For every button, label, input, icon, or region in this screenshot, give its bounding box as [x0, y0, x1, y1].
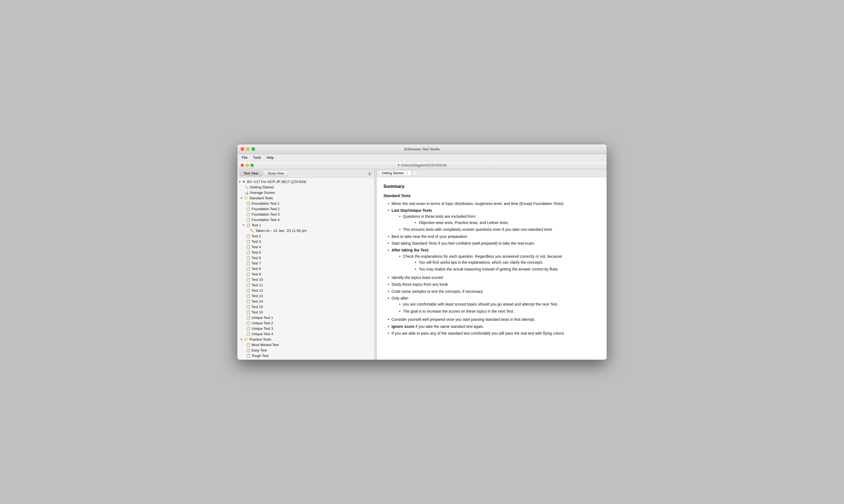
- tree-item-test-8[interactable]: 📋Test 8: [237, 266, 374, 271]
- tree-item-test-9[interactable]: 📋Test 9: [237, 271, 374, 277]
- content-area[interactable]: Summary Standard Tests Mimic the real ex…: [377, 177, 607, 360]
- inner-window-title: ✦ /Users/szilagyiervin/1z0-829.ets: [397, 163, 447, 167]
- sub-sub-bullet-1: Objective-wise tests, Practice tests, an…: [415, 220, 600, 226]
- bullet-2: Last Day/Unique Tests Questions in these…: [388, 208, 600, 233]
- tree-root-label: JD+ V17 For OCP-JP SE17 (1Z0-829): [246, 180, 306, 184]
- tree-item-foundation-test-1[interactable]: 📋 Foundation Test 1: [237, 201, 374, 206]
- sub-list-3: you are comfortable with least scored to…: [399, 301, 600, 314]
- bullet-4: Start taking Standard Tests if you feel …: [388, 240, 600, 246]
- tree-root[interactable]: ▼ ✦ JD+ V17 For OCP-JP SE17 (1Z0-829): [237, 179, 374, 184]
- bullet-9: Only after: you are comfortable with lea…: [388, 295, 600, 314]
- sub-bullet-4: you are comfortable with least scored to…: [399, 301, 600, 307]
- tab-close-button[interactable]: ×: [405, 171, 409, 175]
- bullet-6: Identify the topics least scored: [388, 274, 600, 281]
- title-bar: Enthuware Test Studio: [237, 144, 607, 154]
- toolbar: Test View Study View ▶: [237, 169, 374, 178]
- tree-item-foundation-test-3[interactable]: 📋 Foundation Test 3: [237, 212, 374, 217]
- tree-item-easy-test[interactable]: 📋Easy Test: [237, 347, 374, 353]
- tree-item-test-4[interactable]: 📋Test 4: [237, 244, 374, 250]
- tree-item-foundation-test-2[interactable]: 📋 Foundation Test 2: [237, 206, 374, 212]
- sub-sub-bullet-3: You may realize the actual reasoning ins…: [415, 266, 600, 272]
- tree-item-average-scores[interactable]: 📊 Average Scores: [237, 190, 374, 195]
- menu-bar: File Tools Help: [237, 154, 607, 161]
- bottom-bullet-3: If you are able to pass any of the stand…: [388, 330, 600, 336]
- inner-close-button[interactable]: [241, 164, 244, 167]
- menu-file[interactable]: File: [239, 155, 250, 160]
- tree-item-most-missed-test[interactable]: 📋Most Missed Test: [237, 342, 374, 347]
- tab-study-view[interactable]: Study View: [264, 170, 288, 176]
- tree-item-tough-test[interactable]: 📋Tough Test: [237, 353, 374, 358]
- sub-sub-bullet-2: You will find useful tips in the explana…: [415, 259, 600, 265]
- new-tab-button[interactable]: [412, 170, 418, 176]
- tree-view[interactable]: ▼ ✦ JD+ V17 For OCP-JP SE17 (1Z0-829) 🏷️…: [237, 178, 374, 360]
- tree-item-getting-started[interactable]: 🏷️ Getting Started: [237, 184, 374, 190]
- bullet-1: Mimic the real exam in terms of topic di…: [388, 201, 600, 206]
- panel-divider[interactable]: ⋮: [375, 169, 377, 360]
- sub-list-1: Questions in these tests are excluded fr…: [399, 213, 600, 232]
- bullet-5: After taking the Test: Check the explana…: [388, 247, 600, 272]
- tab-label: Getting Started: [381, 171, 403, 175]
- traffic-lights: [241, 147, 255, 151]
- menu-help[interactable]: Help: [264, 155, 276, 160]
- maximize-button[interactable]: [252, 147, 255, 151]
- window-title: Enthuware Test Studio: [404, 147, 440, 151]
- sub-bullet-5: The goal is to increase the scores on th…: [399, 308, 600, 314]
- tree-item-test-11[interactable]: 📋Test 11: [237, 282, 374, 288]
- inner-minimize-button[interactable]: [246, 164, 249, 167]
- section-standard-tests: Standard Tests: [383, 193, 600, 199]
- tree-item-test-7[interactable]: 📋Test 7: [237, 260, 374, 266]
- tree-item-test-15[interactable]: 📋Test 15: [237, 304, 374, 309]
- tree-item-test-16[interactable]: 📋Test 16: [237, 309, 374, 315]
- tree-item-unique-test-4[interactable]: 📋Unique Test 4: [237, 331, 374, 337]
- sub-list-2: Check the explanations for each question…: [399, 253, 600, 272]
- sub-bullet-1: Questions in these tests are excluded fr…: [399, 213, 600, 226]
- tab-bar: Getting Started ×: [377, 169, 607, 177]
- tree-item-taken-on[interactable]: ✏️ Taken on – 01 Jan, '23 11:56 pm: [237, 228, 374, 233]
- sub-sub-list-2: You will find useful tips in the explana…: [415, 259, 600, 272]
- inner-maximize-button[interactable]: [250, 164, 254, 167]
- inner-window: ✦ /Users/szilagyiervin/1z0-829.ets Test …: [237, 161, 607, 360]
- sub-bullet-3: Check the explanations for each question…: [399, 253, 600, 272]
- tree-item-test-1[interactable]: ▼ 📋 Test 1: [237, 222, 374, 228]
- close-button[interactable]: [241, 147, 244, 151]
- bullet-7: Study those topics from any book: [388, 281, 600, 287]
- tree-item-test-6[interactable]: 📋Test 6: [237, 255, 374, 260]
- main-area: Test View Study View ▶ ▼ ✦ JD+ V17 For O…: [237, 169, 607, 360]
- bottom-bullet-1: Consider yourself well prepared once you…: [388, 317, 600, 322]
- tree-item-unique-test-1[interactable]: 📋Unique Test 1: [237, 315, 374, 320]
- sub-sub-list-1: Objective-wise tests, Practice tests, an…: [415, 220, 600, 226]
- tree-item-test-13[interactable]: 📋Test 13: [237, 293, 374, 299]
- main-bullet-list: Mimic the real exam in terms of topic di…: [388, 201, 600, 314]
- tree-item-test-2[interactable]: 📋Test 2: [237, 233, 374, 239]
- tree-item-test-10[interactable]: 📋Test 10: [237, 277, 374, 282]
- tab-test-view[interactable]: Test View: [239, 170, 263, 176]
- menu-tools[interactable]: Tools: [251, 155, 263, 160]
- minimize-button[interactable]: [246, 147, 250, 151]
- left-panel: Test View Study View ▶ ▼ ✦ JD+ V17 For O…: [237, 169, 375, 360]
- bullet-8: Code some samples to test the concepts, …: [388, 288, 600, 294]
- tree-item-test-12[interactable]: 📋Test 12: [237, 288, 374, 293]
- bottom-bullet-list: Consider yourself well prepared once you…: [388, 317, 600, 336]
- content-heading: Summary: [383, 183, 600, 190]
- bottom-bullet-2: Ignore score if you take the same standa…: [388, 324, 600, 329]
- inner-title-bar: ✦ /Users/szilagyiervin/1z0-829.ets: [237, 161, 607, 169]
- tree-item-standard-tests[interactable]: ▼ 📁 Standard Tests: [237, 195, 374, 201]
- tree-item-test-14[interactable]: 📋Test 14: [237, 299, 374, 304]
- tree-item-practice-tests[interactable]: ▼ 📁 Practice Tests: [237, 337, 374, 342]
- main-window: Enthuware Test Studio File Tools Help ✦ …: [237, 144, 607, 360]
- sub-bullet-2: This ensures tests with completely unsee…: [399, 227, 600, 232]
- tree-item-foundation-test-4[interactable]: 📋 Foundation Test 4: [237, 217, 374, 222]
- tree-item-unique-test-2[interactable]: 📋Unique Test 2: [237, 320, 374, 326]
- tree-item-test-5[interactable]: 📋Test 5: [237, 250, 374, 255]
- panel-collapse-button[interactable]: ▶: [368, 171, 372, 176]
- content-tab-getting-started[interactable]: Getting Started ×: [379, 170, 411, 176]
- tree-item-unique-test-3[interactable]: 📋Unique Test 3: [237, 326, 374, 331]
- right-panel: Getting Started × Summary Standard Tests…: [377, 169, 607, 360]
- inner-traffic-lights: [241, 164, 254, 167]
- bullet-3: Best to take near the end of your prepar…: [388, 234, 600, 239]
- tree-item-test-3[interactable]: 📋Test 3: [237, 239, 374, 244]
